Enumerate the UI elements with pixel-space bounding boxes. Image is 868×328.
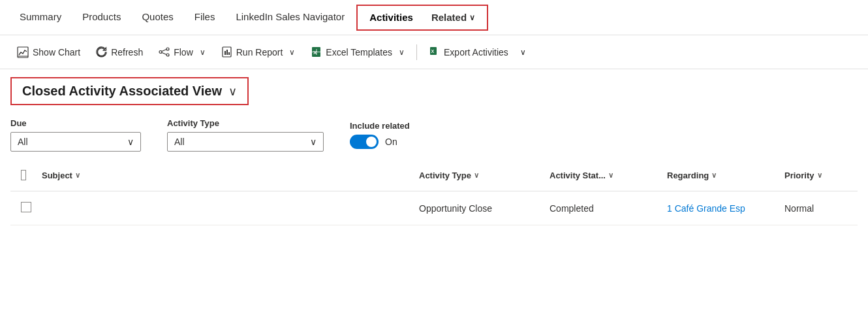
svg-rect-10 xyxy=(228,52,230,55)
svg-rect-9 xyxy=(226,50,228,55)
row-subject xyxy=(37,206,414,211)
run-report-button[interactable]: Run Report ∨ xyxy=(215,42,302,61)
row-activity-status: Completed xyxy=(544,201,662,216)
filters-row: Due All ∨ Activity Type All ∨ Include re… xyxy=(0,110,868,159)
excel-templates-button[interactable]: X Excel Templates ∨ xyxy=(304,42,411,61)
due-filter-chevron-icon: ∨ xyxy=(127,137,134,147)
activity-status-sort-icon: ∨ xyxy=(608,171,613,180)
priority-sort-icon: ∨ xyxy=(817,171,822,180)
table-container: Subject ∨ Activity Type ∨ Activity Stat.… xyxy=(0,159,868,225)
regarding-sort-icon: ∨ xyxy=(711,171,717,180)
run-report-icon xyxy=(221,46,232,57)
svg-point-2 xyxy=(159,51,162,54)
toolbar: Show Chart Refresh Flow ∨ xyxy=(0,35,868,69)
row-priority: Normal xyxy=(779,201,858,216)
view-title-dropdown[interactable]: Closed Activity Associated View ∨ xyxy=(10,77,249,105)
activity-type-filter-group: Activity Type All ∨ xyxy=(167,118,324,152)
due-filter-group: Due All ∨ xyxy=(10,118,141,152)
run-report-chevron-icon: ∨ xyxy=(289,48,295,57)
th-regarding[interactable]: Regarding ∨ xyxy=(662,165,779,186)
excel-templates-chevron-icon: ∨ xyxy=(399,48,405,57)
row-regarding[interactable]: 1 Café Grande Esp xyxy=(662,201,779,216)
activity-type-sort-icon: ∨ xyxy=(474,171,479,180)
due-filter-select[interactable]: All ∨ xyxy=(10,132,141,152)
th-subject[interactable]: Subject ∨ xyxy=(37,165,414,186)
toolbar-separator xyxy=(416,44,417,60)
svg-point-3 xyxy=(166,48,169,50)
row-checkbox[interactable] xyxy=(21,202,31,212)
flow-button[interactable]: Flow ∨ xyxy=(152,42,212,61)
svg-point-4 xyxy=(166,54,169,56)
flow-icon xyxy=(159,46,170,57)
view-title-bar: Closed Activity Associated View ∨ xyxy=(0,69,868,110)
activity-type-chevron-icon: ∨ xyxy=(310,137,317,147)
include-related-toggle[interactable] xyxy=(350,135,379,149)
row-checkbox-cell xyxy=(10,197,37,220)
tab-linkedin[interactable]: LinkedIn Sales Navigator xyxy=(226,0,354,35)
refresh-button[interactable]: Refresh xyxy=(89,42,149,61)
due-filter-label: Due xyxy=(10,118,141,128)
toggle-state-label: On xyxy=(385,137,397,147)
flow-chevron-icon: ∨ xyxy=(200,48,206,57)
toggle-row: On xyxy=(350,135,410,149)
tab-related[interactable]: Related ∨ xyxy=(422,6,484,29)
svg-line-5 xyxy=(162,50,166,52)
top-nav: Summary Products Quotes Files LinkedIn S… xyxy=(0,0,868,35)
nav-tab-group-active: Activities Related ∨ xyxy=(356,5,488,31)
activity-type-filter-select[interactable]: All ∨ xyxy=(167,132,324,152)
table-row: Opportunity Close Completed 1 Café Grand… xyxy=(10,191,858,225)
tab-files[interactable]: Files xyxy=(185,0,225,35)
th-activity-type[interactable]: Activity Type ∨ xyxy=(414,165,544,186)
export-activities-icon: X xyxy=(429,46,440,57)
row-activity-type: Opportunity Close xyxy=(414,201,544,216)
view-title-chevron-icon: ∨ xyxy=(228,84,237,99)
refresh-icon xyxy=(96,46,107,57)
table-header: Subject ∨ Activity Type ∨ Activity Stat.… xyxy=(10,159,858,191)
include-related-label: Include related xyxy=(350,121,410,131)
export-activities-button[interactable]: X Export Activities xyxy=(422,42,515,61)
show-chart-icon xyxy=(17,46,29,58)
activity-type-filter-label: Activity Type xyxy=(167,118,324,128)
subject-sort-icon: ∨ xyxy=(75,171,80,180)
svg-text:X: X xyxy=(431,49,435,54)
svg-line-6 xyxy=(162,53,166,55)
view-title-text: Closed Activity Associated View xyxy=(22,84,222,99)
tab-products[interactable]: Products xyxy=(73,0,130,35)
show-chart-button[interactable]: Show Chart xyxy=(10,42,87,62)
tab-summary[interactable]: Summary xyxy=(10,0,70,35)
more-options-chevron-icon[interactable]: ∨ xyxy=(520,48,526,57)
include-related-group: Include related On xyxy=(350,121,410,149)
related-chevron-icon: ∨ xyxy=(469,13,475,22)
excel-templates-icon: X xyxy=(311,46,322,57)
header-checkbox[interactable] xyxy=(21,170,26,180)
th-priority[interactable]: Priority ∨ xyxy=(779,165,858,186)
tab-activities[interactable]: Activities xyxy=(360,6,422,29)
th-activity-status[interactable]: Activity Stat... ∨ xyxy=(544,165,662,186)
tab-quotes[interactable]: Quotes xyxy=(132,0,182,35)
svg-rect-8 xyxy=(225,51,226,55)
th-checkbox xyxy=(10,165,37,186)
